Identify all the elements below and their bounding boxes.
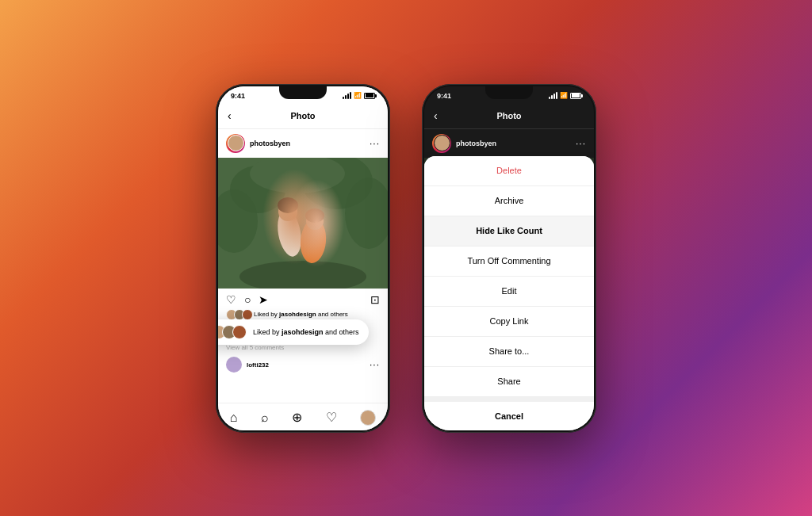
action-bar-left: ♡ ○ ➤ ⊡ bbox=[218, 289, 388, 309]
phone-right-screen: 9:41 📶 ‹ Photo bbox=[424, 86, 594, 430]
action-copy-link[interactable]: Copy Link bbox=[424, 307, 594, 337]
svg-point-2 bbox=[301, 158, 373, 209]
like-icon[interactable]: ♡ bbox=[226, 293, 236, 306]
post-header-left: photosbyen ··· bbox=[218, 129, 388, 158]
svg-point-10 bbox=[306, 212, 324, 230]
save-icon[interactable]: ⊡ bbox=[370, 293, 380, 306]
view-comments-left[interactable]: View all 5 comments bbox=[218, 344, 388, 354]
svg-point-9 bbox=[299, 217, 328, 264]
action-cancel[interactable]: Cancel bbox=[424, 397, 594, 430]
username-left[interactable]: photosbyen bbox=[250, 140, 365, 147]
add-icon[interactable]: ⊕ bbox=[292, 410, 302, 425]
svg-point-4 bbox=[218, 189, 258, 253]
commenter-name[interactable]: lofti232 bbox=[247, 361, 269, 369]
comment-more[interactable]: ··· bbox=[370, 359, 380, 370]
action-archive[interactable]: Archive bbox=[424, 186, 594, 216]
comment-row-left: lofti232 ··· bbox=[218, 354, 388, 376]
svg-point-11 bbox=[278, 197, 298, 213]
post-photo-left bbox=[218, 158, 388, 289]
phone-right: 9:41 📶 ‹ Photo bbox=[422, 84, 596, 433]
action-delete[interactable]: Delete bbox=[424, 156, 594, 186]
svg-point-8 bbox=[278, 202, 297, 221]
time-left: 9:41 bbox=[231, 92, 245, 100]
more-button-left[interactable]: ··· bbox=[370, 138, 380, 149]
action-edit[interactable]: Edit bbox=[424, 277, 594, 307]
like-avatars bbox=[226, 309, 250, 320]
svg-point-6 bbox=[239, 261, 366, 289]
action-sheet: Delete Archive Hide Like Count Turn Off … bbox=[424, 156, 594, 430]
share-icon[interactable]: ➤ bbox=[259, 293, 268, 306]
back-button-left[interactable]: ‹ bbox=[228, 109, 232, 122]
popup-text: Liked by jasohdesign and others bbox=[253, 328, 359, 336]
home-icon[interactable]: ⌂ bbox=[230, 411, 238, 425]
search-icon[interactable]: ⌕ bbox=[261, 411, 269, 425]
svg-point-12 bbox=[305, 208, 324, 223]
activity-icon[interactable]: ♡ bbox=[326, 410, 337, 425]
photo-svg bbox=[218, 158, 388, 289]
svg-point-7 bbox=[274, 208, 304, 258]
svg-point-5 bbox=[345, 178, 388, 249]
nav-title-left: Photo bbox=[290, 111, 315, 120]
action-hide-like-count[interactable]: Hide Like Count bbox=[424, 216, 594, 247]
action-share[interactable]: Share bbox=[424, 367, 594, 397]
battery-icon bbox=[364, 93, 375, 99]
action-share-to[interactable]: Share to... bbox=[424, 337, 594, 367]
phone-left-screen: 9:41 📶 ‹ Photo bbox=[218, 86, 388, 430]
nav-bar-left: ‹ Photo bbox=[218, 104, 388, 129]
avatar-left[interactable] bbox=[226, 134, 245, 153]
bottom-nav-left: ⌂ ⌕ ⊕ ♡ bbox=[218, 403, 388, 430]
action-turn-off-commenting[interactable]: Turn Off Commenting bbox=[424, 247, 594, 277]
action-sheet-overlay: Delete Archive Hide Like Count Turn Off … bbox=[424, 86, 594, 430]
svg-rect-0 bbox=[218, 158, 388, 289]
likes-text: Liked by jasohdesign and others bbox=[254, 311, 348, 318]
svg-point-1 bbox=[230, 166, 285, 213]
phone-left: 9:41 📶 ‹ Photo bbox=[216, 84, 390, 433]
status-icons-left: 📶 bbox=[343, 92, 375, 99]
popup-avatars bbox=[218, 325, 243, 339]
signal-icon bbox=[343, 92, 351, 99]
commenter-avatar bbox=[226, 357, 242, 373]
comment-icon[interactable]: ○ bbox=[244, 293, 251, 306]
notch-left bbox=[279, 86, 327, 99]
liked-popup: Liked by jasohdesign and others bbox=[218, 319, 369, 345]
svg-point-3 bbox=[250, 158, 345, 193]
profile-icon[interactable] bbox=[360, 410, 376, 426]
wifi-icon: 📶 bbox=[354, 92, 362, 99]
